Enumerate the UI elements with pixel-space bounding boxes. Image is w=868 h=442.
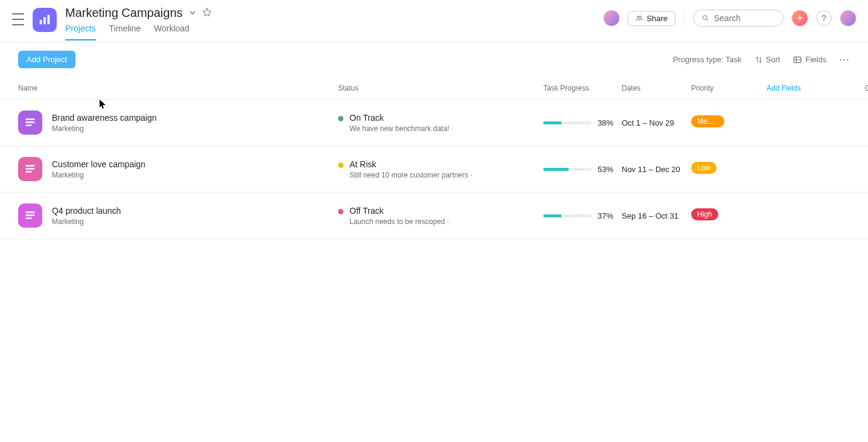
share-label: Share <box>646 14 668 23</box>
progress-type-selector[interactable]: Progress type: Task <box>673 55 742 64</box>
priority-badge[interactable]: Low <box>691 162 716 174</box>
member-avatar[interactable] <box>604 10 619 26</box>
progress-type-label: Progress type: Task <box>673 55 742 64</box>
svg-rect-8 <box>26 121 35 123</box>
portfolio-icon <box>33 8 57 32</box>
progress-bar <box>543 121 592 124</box>
col-priority[interactable]: Priority <box>691 84 767 92</box>
progress-pct: 53% <box>598 165 613 174</box>
svg-rect-2 <box>48 15 50 25</box>
status-dot-icon <box>338 116 343 121</box>
search-box[interactable] <box>693 10 783 27</box>
svg-rect-15 <box>26 217 32 219</box>
help-button[interactable]: ? <box>816 10 832 26</box>
project-team: Marketing <box>52 171 145 179</box>
sort-icon <box>755 56 762 63</box>
table-row[interactable]: Q4 product launch Marketing Off Track La… <box>0 193 868 239</box>
sort-button[interactable]: Sort <box>755 55 780 64</box>
project-icon <box>18 203 42 228</box>
progress-pct: 37% <box>598 211 613 220</box>
project-name: Customer love campaign <box>52 159 145 169</box>
divider <box>684 10 685 27</box>
progress-bar <box>543 168 592 171</box>
progress-pct: 38% <box>598 118 613 127</box>
profile-avatar[interactable] <box>840 10 856 26</box>
fields-label: Fields <box>805 55 826 64</box>
tab-workload[interactable]: Workload <box>154 24 190 40</box>
share-button[interactable]: Share <box>628 11 675 26</box>
project-name: Brand awareness campaign <box>52 113 157 123</box>
people-icon <box>636 14 643 22</box>
table-row[interactable]: Customer love campaign Marketing At Risk… <box>0 146 868 193</box>
status-subtext: We have new benchmark data! · <box>349 124 453 133</box>
date-range: Sep 16 – Oct 31 <box>622 211 691 220</box>
status-subtext: Launch needs to be rescoped · <box>349 217 449 226</box>
svg-rect-9 <box>26 124 32 126</box>
svg-rect-12 <box>26 171 32 173</box>
col-owner[interactable]: Owner <box>845 84 868 92</box>
fields-button[interactable]: Fields <box>793 55 826 64</box>
sort-label: Sort <box>766 55 780 64</box>
add-fields-button[interactable]: Add Fields <box>767 84 845 92</box>
status-dot-icon <box>338 162 343 168</box>
priority-badge[interactable]: High <box>691 208 718 220</box>
status-dot-icon <box>338 209 343 214</box>
svg-rect-11 <box>26 168 35 170</box>
table-row[interactable]: Brand awareness campaign Marketing On Tr… <box>0 100 868 146</box>
svg-point-4 <box>640 16 642 18</box>
tab-timeline[interactable]: Timeline <box>109 24 141 40</box>
status-subtext: Still need 10 more customer partners · <box>349 171 472 179</box>
global-add-button[interactable]: + <box>792 10 808 26</box>
date-range: Nov 11 – Dec 20 <box>622 165 691 174</box>
priority-badge[interactable]: Medi… <box>691 115 724 127</box>
chevron-down-icon[interactable] <box>189 8 196 19</box>
col-task-progress[interactable]: Task Progress <box>543 84 622 92</box>
search-icon <box>702 14 709 22</box>
progress-bar <box>543 214 592 217</box>
svg-point-3 <box>637 16 639 18</box>
more-menu-button[interactable]: ··· <box>840 55 850 64</box>
search-input[interactable] <box>714 13 774 23</box>
tab-projects[interactable]: Projects <box>65 24 96 40</box>
fields-icon <box>793 56 802 63</box>
svg-rect-13 <box>26 211 35 213</box>
svg-rect-0 <box>40 20 42 24</box>
status-label: At Risk <box>349 159 472 169</box>
status-label: Off Track <box>349 206 449 216</box>
svg-rect-1 <box>43 17 46 24</box>
date-range: Oct 1 – Nov 29 <box>622 118 691 127</box>
project-icon <box>18 110 42 135</box>
svg-rect-10 <box>26 165 35 167</box>
menu-toggle[interactable] <box>12 13 24 25</box>
project-name: Q4 product launch <box>52 206 121 216</box>
svg-rect-7 <box>26 118 35 120</box>
add-project-button[interactable]: Add Project <box>18 51 75 68</box>
col-dates[interactable]: Dates <box>622 84 691 92</box>
col-name[interactable]: Name <box>18 84 338 92</box>
project-icon <box>18 157 42 181</box>
project-team: Marketing <box>52 217 121 226</box>
svg-point-5 <box>703 16 707 20</box>
svg-rect-14 <box>26 214 35 216</box>
portfolio-title: Marketing Campaigns <box>65 6 183 20</box>
star-icon[interactable] <box>202 7 212 19</box>
status-label: On Track <box>349 113 453 123</box>
col-status[interactable]: Status <box>338 84 543 92</box>
project-team: Marketing <box>52 124 157 133</box>
